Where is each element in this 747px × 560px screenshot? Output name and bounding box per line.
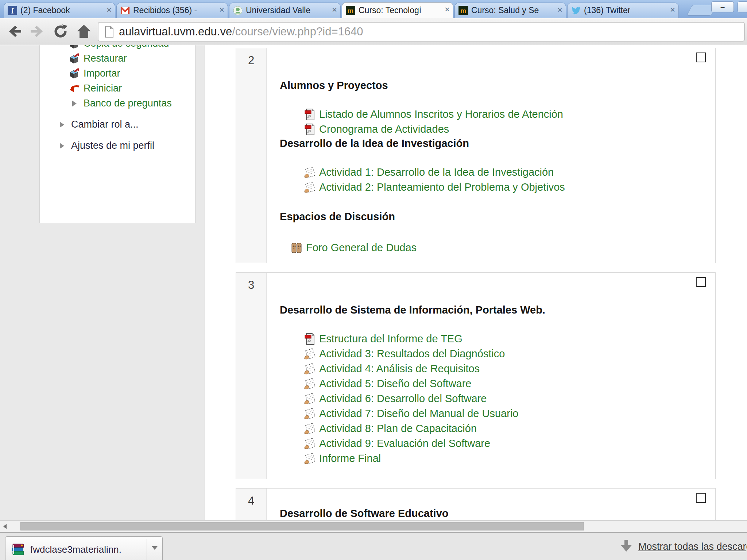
resource-row: Actividad 1: Desarrollo de la Idea de In… — [303, 165, 693, 180]
forward-icon — [30, 25, 44, 38]
assignment-icon — [303, 393, 316, 405]
facebook-icon: f — [8, 6, 17, 15]
url-path: /course/view.php?id=1640 — [232, 25, 363, 38]
sidebar-item-reiniciar[interactable]: Reiniciar — [40, 81, 195, 96]
tab-title: Universidad Valle — [246, 5, 310, 15]
address-bar[interactable]: aulavirtual.uvm.edu.ve/course/view.php?i… — [98, 22, 745, 42]
section-3: 3Desarrollo de Sistema de Información, P… — [236, 272, 716, 479]
resource-link[interactable]: Cronograma de Actividades — [319, 123, 449, 135]
page-icon — [104, 26, 114, 38]
assignment-icon — [303, 438, 316, 450]
section-heading: Desarrollo de la Idea de Investigación — [280, 137, 693, 149]
resource-link[interactable]: Actividad 2: Planteamiento del Problema … — [319, 181, 565, 193]
import-cube-icon — [68, 68, 81, 79]
download-chip-divider — [147, 539, 147, 560]
resource-row: Actividad 7: Diseño del Manual de Usuari… — [303, 406, 693, 421]
scroll-left-button[interactable] — [0, 521, 9, 532]
forum-icon — [290, 242, 303, 254]
resource-link[interactable]: Estructura del Informe de TEG — [319, 333, 462, 345]
section-number: 4 — [236, 489, 267, 520]
sidebar-item-banco-de-preguntas[interactable]: Banco de preguntas — [40, 96, 195, 111]
section-number: 3 — [236, 273, 267, 479]
horizontal-scrollbar[interactable] — [0, 520, 747, 532]
assignment-icon — [303, 378, 316, 390]
back-button[interactable] — [5, 23, 24, 40]
resource-link[interactable]: Actividad 1: Desarrollo de la Idea de In… — [319, 166, 554, 178]
resource-row: Actividad 9: Evaluación del Software — [303, 436, 693, 451]
course-sections: 2Alumnos y ProyectosListado de Alumnos I… — [236, 48, 716, 520]
tab-close-icon[interactable]: × — [332, 5, 337, 14]
tab-close-icon[interactable]: × — [219, 5, 224, 14]
resource-link[interactable]: Actividad 7: Diseño del Manual de Usuari… — [319, 408, 518, 420]
sidebar-item-restaurar[interactable]: Restaurar — [40, 51, 195, 66]
resource-link[interactable]: Actividad 3: Resultados del Diagnóstico — [319, 348, 505, 360]
tab-5[interactable]: mCurso: Salud y Se× — [454, 3, 566, 18]
reload-button[interactable] — [51, 23, 70, 40]
svg-text:m: m — [460, 7, 466, 15]
tab-title: Curso: Salud y Se — [471, 5, 539, 15]
tab-close-icon[interactable]: × — [557, 5, 562, 14]
show-all-downloads[interactable]: Mostrar todas las descarg — [620, 539, 747, 554]
backup-cube-icon — [68, 45, 81, 49]
section-checkbox[interactable] — [696, 277, 706, 287]
resource-list: Foro General de Dudas — [290, 240, 693, 255]
section-heading: Alumnos y Proyectos — [280, 79, 693, 92]
tab-close-icon[interactable]: × — [670, 5, 675, 14]
sidebar-divider — [56, 114, 190, 114]
sidebar-item-label: Copia de seguridad — [84, 45, 169, 49]
tab-6[interactable]: (136) Twitter× — [567, 3, 679, 18]
tab-1[interactable]: f(2) Facebook× — [4, 3, 115, 18]
resource-row: Actividad 8: Plan de Capacitación — [303, 421, 693, 436]
browser-toolbar: aulavirtual.uvm.edu.ve/course/view.php?i… — [0, 18, 747, 45]
caret-down-icon[interactable] — [152, 546, 158, 550]
resource-list: Actividad 1: Desarrollo de la Idea de In… — [303, 165, 693, 195]
sidebar-item-cambiar-rol-a[interactable]: Cambiar rol a... — [40, 117, 195, 132]
resource-link[interactable]: Listado de Alumnos Inscritos y Horarios … — [319, 108, 563, 120]
pdf-icon — [303, 108, 316, 121]
sidebar-item-copia-de-seguridad[interactable]: Copia de seguridad — [40, 45, 195, 51]
tab-title: Curso: Tecnologí — [359, 5, 421, 15]
section-4: 4Desarrollo de Software Educativo — [236, 488, 716, 520]
section-content: Alumnos y ProyectosListado de Alumnos In… — [267, 48, 715, 263]
resource-link[interactable]: Actividad 5: Diseño del Software — [319, 378, 472, 390]
section-checkbox[interactable] — [696, 52, 706, 62]
assignment-icon — [303, 452, 316, 465]
resource-row: Actividad 3: Resultados del Diagnóstico — [303, 346, 693, 361]
moodle-icon: m — [458, 6, 468, 15]
scrollbar-thumb[interactable] — [20, 522, 584, 530]
university-icon — [233, 6, 243, 15]
tab-close-icon[interactable]: × — [445, 5, 450, 14]
url-text: aulavirtual.uvm.edu.ve/course/view.php?i… — [119, 25, 363, 38]
resource-row: Estructura del Informe de TEG — [303, 331, 693, 346]
section-checkbox[interactable] — [696, 493, 706, 503]
svg-text:m: m — [348, 7, 353, 15]
resource-link[interactable]: Actividad 9: Evaluación del Software — [319, 438, 490, 450]
section-2: 2Alumnos y ProyectosListado de Alumnos I… — [236, 48, 716, 263]
home-button[interactable] — [74, 23, 93, 40]
resource-link[interactable]: Actividad 8: Plan de Capacitación — [319, 423, 477, 435]
tab-3[interactable]: Universidad Valle× — [229, 3, 341, 18]
tab-close-icon[interactable]: × — [107, 5, 112, 14]
tab-bar: f(2) Facebook×Recibidos (356) - ×Univers… — [0, 0, 747, 18]
sidebar-item-importar[interactable]: Importar — [40, 66, 195, 81]
assignment-icon — [303, 408, 316, 420]
forward-button[interactable] — [28, 23, 47, 40]
resource-link[interactable]: Foro General de Dudas — [306, 242, 417, 254]
download-shelf: fwdclase3materialinn....zip Mostrar toda… — [0, 532, 747, 560]
tab-4[interactable]: mCurso: Tecnologí× — [342, 2, 453, 18]
page-content: Copia de seguridadRestaurarImportarReini… — [0, 45, 747, 520]
resource-row: Cronograma de Actividades — [303, 122, 693, 137]
resource-link[interactable]: Informe Final — [319, 452, 381, 464]
resource-link[interactable]: Actividad 6: Desarrollo del Software — [319, 393, 487, 405]
pdf-icon — [303, 123, 316, 136]
sidebar-item-ajustes-de-mi-perfil[interactable]: Ajustes de mi perfil — [40, 138, 195, 153]
gmail-icon — [120, 6, 130, 15]
reset-arrow-icon — [68, 84, 81, 93]
minimize-button[interactable]: – — [711, 1, 734, 12]
restore-cube-icon — [68, 53, 81, 64]
sidebar-divider — [56, 135, 190, 135]
tab-2[interactable]: Recibidos (356) - × — [116, 3, 228, 18]
download-item[interactable]: fwdclase3materialinn....zip — [5, 536, 163, 560]
maximize-button[interactable] — [738, 1, 747, 12]
resource-link[interactable]: Actividad 4: Análisis de Requisitos — [319, 363, 480, 375]
